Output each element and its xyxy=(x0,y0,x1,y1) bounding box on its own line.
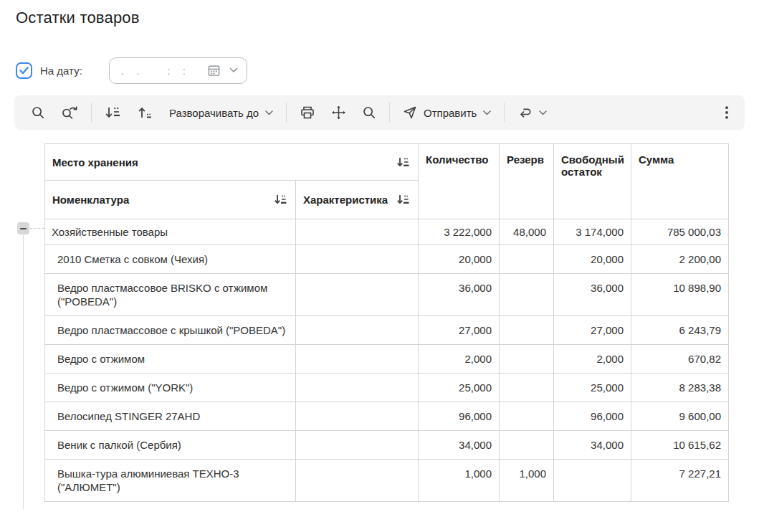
search-next-button[interactable] xyxy=(53,101,86,124)
sum-cell[interactable]: 670,82 xyxy=(631,345,729,374)
header-reserve[interactable]: Резерв xyxy=(500,144,554,219)
reserve-cell[interactable] xyxy=(500,402,554,431)
nomenclature-cell[interactable]: 2010 Сметка с совком (Чехия) xyxy=(45,245,296,274)
table-row[interactable]: Ведро пластмассовое BRISKO с отжимом ("P… xyxy=(45,274,729,316)
sum-cell[interactable]: 10 898,90 xyxy=(631,274,729,316)
nomenclature-cell[interactable]: Ведро пластмассовое с крышкой ("POBEDA") xyxy=(45,316,296,345)
sum-cell[interactable]: 9 600,00 xyxy=(631,402,729,431)
expand-to-button[interactable]: Разворачивать до xyxy=(161,103,281,123)
characteristic-cell[interactable] xyxy=(296,345,419,374)
sum-cell[interactable]: 7 227,21 xyxy=(631,460,729,502)
reserve-cell[interactable]: 48,000 xyxy=(500,219,554,245)
tree-branch-line xyxy=(23,235,24,509)
characteristic-cell[interactable] xyxy=(296,219,419,245)
quantity-cell[interactable]: 3 222,000 xyxy=(419,219,500,245)
free-cell[interactable]: 20,000 xyxy=(554,245,631,274)
send-label: Отправить xyxy=(424,107,477,119)
on-date-checkbox[interactable] xyxy=(16,62,32,79)
free-cell[interactable]: 96,000 xyxy=(554,402,631,431)
date-placeholder: . . : : xyxy=(121,65,207,77)
reserve-cell[interactable] xyxy=(500,345,554,374)
zoom-button[interactable] xyxy=(354,101,384,124)
sum-cell[interactable]: 8 283,38 xyxy=(631,374,729,402)
reserve-cell[interactable] xyxy=(500,274,554,316)
send-button[interactable]: Отправить xyxy=(395,101,499,124)
header-characteristic[interactable]: Характеристика xyxy=(296,181,419,219)
reserve-cell[interactable] xyxy=(500,245,554,274)
characteristic-cell[interactable] xyxy=(296,374,419,402)
characteristic-cell[interactable] xyxy=(296,460,419,502)
print-button[interactable] xyxy=(292,101,323,124)
on-date-label: На дату: xyxy=(40,65,82,77)
move-icon xyxy=(331,105,346,120)
table-row[interactable]: Ведро с отжимом 2,000 2,000 670,82 xyxy=(45,345,729,374)
toolbar-separator xyxy=(286,103,287,123)
table-row[interactable]: 2010 Сметка с совком (Чехия) 20,000 20,0… xyxy=(45,245,729,274)
nomenclature-cell[interactable]: Вышка-тура алюминиевая ТЕХНО-3 ("АЛЮМЕТ"… xyxy=(45,460,296,502)
sum-cell[interactable]: 785 000,03 xyxy=(631,219,729,245)
chevron-down-icon xyxy=(539,110,547,115)
page-title: Остатки товаров xyxy=(16,9,140,27)
characteristic-cell[interactable] xyxy=(296,274,419,316)
free-cell[interactable] xyxy=(554,460,631,502)
table-row[interactable]: Ведро с отжимом ("YORK") 25,000 25,000 8… xyxy=(45,374,729,402)
collapse-groups-button[interactable] xyxy=(129,101,161,124)
quantity-cell[interactable]: 27,000 xyxy=(419,316,500,345)
reserve-cell[interactable] xyxy=(500,431,554,460)
free-cell[interactable]: 3 174,000 xyxy=(554,219,631,245)
date-dropdown-chevron-icon[interactable] xyxy=(229,67,238,73)
sort-icon[interactable] xyxy=(275,194,287,205)
more-menu-button[interactable] xyxy=(717,102,736,123)
characteristic-cell[interactable] xyxy=(296,245,419,274)
nomenclature-cell[interactable]: Ведро пластмассовое BRISKO с отжимом ("P… xyxy=(45,274,296,316)
header-quantity[interactable]: Количество xyxy=(419,144,500,219)
quantity-cell[interactable]: 1,000 xyxy=(419,460,500,502)
characteristic-cell[interactable] xyxy=(296,402,419,431)
date-input[interactable]: . . : : xyxy=(109,57,247,84)
reserve-cell[interactable] xyxy=(500,316,554,345)
table-row[interactable]: Вышка-тура алюминиевая ТЕХНО-3 ("АЛЮМЕТ"… xyxy=(45,460,729,502)
sum-cell[interactable]: 10 615,62 xyxy=(631,431,729,460)
quantity-cell[interactable]: 20,000 xyxy=(419,245,500,274)
nomenclature-cell[interactable]: Ведро с отжимом xyxy=(45,345,296,374)
sum-cell[interactable]: 6 243,79 xyxy=(631,316,729,345)
expand-groups-button[interactable] xyxy=(97,101,129,124)
quantity-cell[interactable]: 25,000 xyxy=(419,374,500,402)
zoom-icon xyxy=(362,105,376,120)
free-cell[interactable]: 36,000 xyxy=(554,274,631,316)
sort-icon[interactable] xyxy=(397,157,409,168)
move-button[interactable] xyxy=(323,101,354,124)
free-cell[interactable]: 25,000 xyxy=(554,374,631,402)
quantity-cell[interactable]: 96,000 xyxy=(419,402,500,431)
calendar-icon[interactable] xyxy=(207,64,221,77)
sum-cell[interactable]: 2 200,00 xyxy=(631,245,729,274)
characteristic-cell[interactable] xyxy=(296,431,419,460)
restore-settings-button[interactable] xyxy=(510,102,555,123)
tree-connector-line xyxy=(30,228,44,229)
header-free[interactable]: Свободный остаток xyxy=(554,144,631,219)
reserve-cell[interactable] xyxy=(500,374,554,402)
header-nomenclature[interactable]: Номенклатура xyxy=(45,181,296,219)
table-row[interactable]: Велосипед STINGER 27AHD 96,000 96,000 9 … xyxy=(45,402,729,431)
reserve-cell[interactable]: 1,000 xyxy=(500,460,554,502)
nomenclature-cell[interactable]: Веник с палкой (Сербия) xyxy=(45,431,296,460)
header-storage[interactable]: Место хранения xyxy=(45,144,419,181)
more-vertical-icon xyxy=(725,106,728,119)
nomenclature-cell[interactable]: Ведро с отжимом ("YORK") xyxy=(45,374,296,402)
sort-icon[interactable] xyxy=(397,194,409,205)
free-cell[interactable]: 2,000 xyxy=(554,345,631,374)
header-sum[interactable]: Сумма xyxy=(631,144,729,219)
group-row[interactable]: Хозяйственные товары 3 222,000 48,000 3 … xyxy=(45,219,729,245)
nomenclature-cell[interactable]: Велосипед STINGER 27AHD xyxy=(45,402,296,431)
group-name-cell[interactable]: Хозяйственные товары xyxy=(45,219,296,245)
collapse-row-button[interactable] xyxy=(17,222,29,234)
free-cell[interactable]: 27,000 xyxy=(554,316,631,345)
table-row[interactable]: Ведро пластмассовое с крышкой ("POBEDA")… xyxy=(45,316,729,345)
search-button[interactable] xyxy=(23,101,53,124)
quantity-cell[interactable]: 34,000 xyxy=(419,431,500,460)
table-row[interactable]: Веник с палкой (Сербия) 34,000 34,000 10… xyxy=(45,431,729,460)
characteristic-cell[interactable] xyxy=(296,316,419,345)
free-cell[interactable]: 34,000 xyxy=(554,431,631,460)
quantity-cell[interactable]: 36,000 xyxy=(419,274,500,316)
quantity-cell[interactable]: 2,000 xyxy=(419,345,500,374)
